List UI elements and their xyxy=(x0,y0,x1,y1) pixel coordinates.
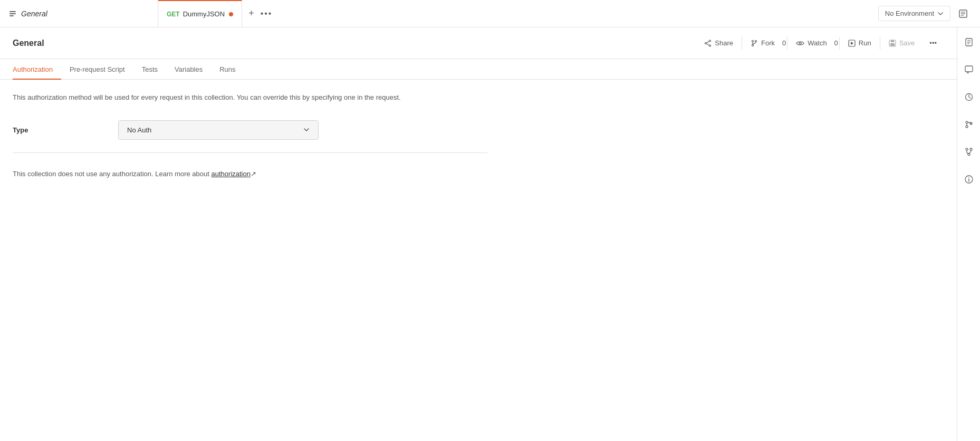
collection-tab[interactable]: General xyxy=(0,0,158,27)
svg-point-29 xyxy=(966,126,968,128)
document-sidebar-icon[interactable] xyxy=(960,34,977,51)
collection-tab-label: General xyxy=(21,9,47,18)
top-right-icon[interactable] xyxy=(955,5,972,22)
run-button[interactable]: Run xyxy=(841,36,879,50)
unsaved-dot xyxy=(229,12,233,16)
fork-count: 0 xyxy=(782,39,786,47)
more-options-button[interactable]: ••• xyxy=(922,36,944,50)
svg-point-28 xyxy=(966,121,968,123)
watch-icon xyxy=(796,40,804,47)
run-icon xyxy=(848,40,856,47)
svg-rect-20 xyxy=(891,40,894,42)
svg-point-12 xyxy=(752,40,754,42)
svg-point-13 xyxy=(755,40,757,42)
share-icon xyxy=(704,40,712,47)
type-row: Type No Auth xyxy=(13,120,944,140)
svg-line-11 xyxy=(707,43,709,45)
svg-point-33 xyxy=(970,148,972,150)
svg-rect-21 xyxy=(890,43,895,46)
fork-icon xyxy=(751,40,758,47)
collection-title: General xyxy=(13,39,44,48)
save-icon xyxy=(889,40,896,47)
content-area: General Share xyxy=(0,27,957,441)
no-auth-message: This collection does not use any authori… xyxy=(13,170,944,178)
fork-sidebar-icon-svg xyxy=(964,147,974,157)
tab-pre-request-script[interactable]: Pre-request Script xyxy=(61,59,133,80)
fork-sidebar-icon[interactable] xyxy=(960,143,977,160)
request-method: GET xyxy=(167,11,180,18)
svg-rect-26 xyxy=(965,66,973,72)
request-name: DummyJSON xyxy=(183,10,225,18)
svg-point-8 xyxy=(705,42,707,44)
fork-button[interactable]: Fork xyxy=(743,36,782,50)
auth-type-value: No Auth xyxy=(127,126,151,134)
svg-point-32 xyxy=(966,148,968,150)
divider-4 xyxy=(880,37,880,50)
share-button[interactable]: Share xyxy=(697,36,741,50)
header-actions: Share Fork 0 xyxy=(697,36,944,50)
tab-authorization-label: Authorization xyxy=(13,65,53,73)
svg-point-14 xyxy=(752,44,754,46)
tab-runs[interactable]: Runs xyxy=(211,59,244,80)
svg-rect-0 xyxy=(9,11,16,12)
authorization-link[interactable]: authorization xyxy=(212,170,251,178)
editor-icon xyxy=(958,9,968,18)
tab-bar-right: No Environment xyxy=(870,0,980,27)
request-tab[interactable]: GET DummyJSON xyxy=(158,0,242,27)
auth-type-select[interactable]: No Auth xyxy=(118,120,319,140)
document-icon xyxy=(964,37,974,47)
save-label: Save xyxy=(899,39,915,47)
svg-point-9 xyxy=(709,45,711,46)
svg-rect-1 xyxy=(9,13,16,14)
tab-actions: + ••• xyxy=(242,0,278,27)
watch-label: Watch xyxy=(808,39,827,47)
info-icon xyxy=(964,175,974,184)
tab-authorization[interactable]: Authorization xyxy=(13,59,61,80)
run-label: Run xyxy=(859,39,871,47)
environment-label: No Environment xyxy=(885,9,934,17)
divider-2 xyxy=(787,37,787,50)
history-icon xyxy=(964,92,974,102)
more-tabs-button[interactable]: ••• xyxy=(261,9,273,18)
history-sidebar-icon[interactable] xyxy=(960,89,977,106)
comment-icon xyxy=(964,65,974,74)
watch-button[interactable]: Watch xyxy=(789,36,834,50)
watch-count: 0 xyxy=(834,39,838,47)
auth-description: This authorization method will be used f… xyxy=(13,92,944,103)
collection-header: General Share xyxy=(0,27,957,59)
info-sidebar-icon[interactable] xyxy=(960,171,977,188)
comment-sidebar-icon[interactable] xyxy=(960,61,977,78)
divider-1 xyxy=(742,37,742,50)
svg-point-16 xyxy=(799,42,801,44)
pull-request-sidebar-icon[interactable] xyxy=(960,116,977,133)
tab-bar: General GET DummyJSON + ••• No Environme… xyxy=(0,0,980,27)
svg-point-7 xyxy=(709,40,711,42)
tab-tests-label: Tests xyxy=(142,65,158,73)
tab-pre-request-label: Pre-request Script xyxy=(70,65,125,73)
collection-icon xyxy=(8,9,17,18)
add-tab-button[interactable]: + xyxy=(248,8,254,19)
more-dots: ••• xyxy=(929,39,937,47)
section-divider xyxy=(13,152,487,153)
no-auth-arrow: ↗ xyxy=(251,170,256,178)
svg-line-10 xyxy=(707,41,709,43)
tab-tests[interactable]: Tests xyxy=(133,59,166,80)
type-label: Type xyxy=(13,126,118,134)
pull-request-icon xyxy=(964,120,974,129)
chevron-down-icon xyxy=(937,11,944,17)
svg-point-38 xyxy=(968,177,969,178)
tab-variables[interactable]: Variables xyxy=(166,59,211,80)
divider-3 xyxy=(839,37,840,50)
svg-rect-2 xyxy=(9,15,14,16)
svg-marker-18 xyxy=(851,42,853,45)
tab-content: This authorization method will be used f… xyxy=(0,80,957,441)
tab-runs-label: Runs xyxy=(219,65,235,73)
no-auth-prefix: This collection does not use any authori… xyxy=(13,170,212,178)
save-button[interactable]: Save xyxy=(881,36,923,50)
nav-tabs: Authorization Pre-request Script Tests V… xyxy=(0,59,957,80)
tab-variables-label: Variables xyxy=(175,65,203,73)
chevron-down-icon xyxy=(303,127,310,133)
share-label: Share xyxy=(715,39,733,47)
right-sidebar xyxy=(957,27,980,441)
environment-selector[interactable]: No Environment xyxy=(878,6,950,21)
